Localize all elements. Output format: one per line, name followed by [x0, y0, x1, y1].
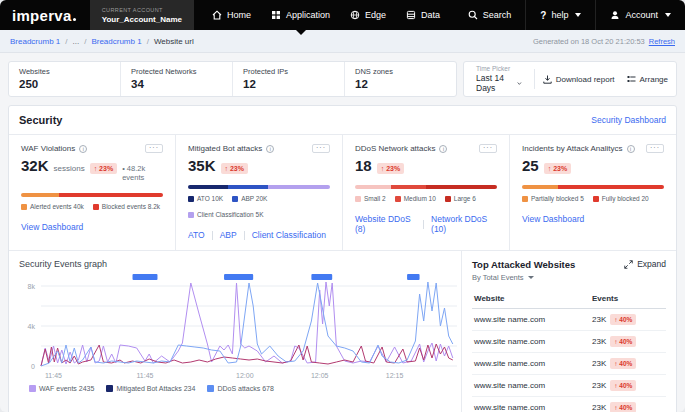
legend-swatch-icon: [355, 196, 361, 202]
edge-globe-icon: [350, 10, 360, 20]
legend-item: Alerted events 40k: [21, 203, 84, 210]
svg-text:12:05: 12:05: [311, 372, 329, 379]
info-icon[interactable]: i: [439, 145, 447, 153]
expand-button[interactable]: Expand: [624, 259, 666, 269]
nav-item-home[interactable]: Home: [212, 0, 251, 30]
breadcrumb-item-2[interactable]: Breadcrumb 1: [91, 37, 141, 46]
legend-item: WAF events 2435: [29, 385, 94, 392]
more-options-icon[interactable]: ···: [312, 144, 330, 153]
graph-title: Security Events graph: [19, 259, 451, 269]
imperva-logo[interactable]: imperva: [0, 0, 90, 30]
ato-link[interactable]: ATO: [188, 230, 205, 240]
search-icon: [468, 10, 478, 20]
top-attacked-title: Top Attacked Websites: [472, 259, 575, 270]
legend-swatch-icon: [395, 196, 401, 202]
svg-text:12:00: 12:00: [236, 372, 254, 379]
help-menu[interactable]: ? help: [525, 0, 595, 30]
nav-item-application[interactable]: Application: [271, 0, 330, 30]
legend-item: Large 6: [445, 195, 476, 202]
top-attacked-table: Website Events www.site name.com 23K↑ 40…: [472, 290, 666, 412]
breadcrumb-item-1[interactable]: Breadcrumb 1: [10, 37, 60, 46]
svg-text:4k: 4k: [28, 323, 36, 330]
security-events-chart[interactable]: 04k8k11:4511:4512:0012:0512:15: [19, 271, 462, 383]
logo-text: imperva: [12, 7, 72, 24]
network-ddos-link[interactable]: Network DDoS (10): [431, 214, 497, 234]
chevron-down-icon: [517, 81, 522, 86]
account-menu[interactable]: Account: [595, 0, 685, 30]
divider: [423, 220, 424, 229]
legend-swatch-icon: [188, 212, 194, 218]
stat-protected-ips: Protected IPs 12: [233, 62, 345, 96]
info-icon[interactable]: i: [79, 145, 87, 153]
bar-segment: [391, 185, 427, 189]
nav-item-data[interactable]: Data: [406, 0, 440, 30]
waf-legend: Alerted events 40kBlocked events 8.2k: [21, 203, 163, 210]
arrange-button[interactable]: Arrange: [627, 75, 668, 84]
metric-bot-attacks: Mitigated Bot attacks i ··· 35K ↑ 23% AT…: [176, 135, 343, 250]
generated-timestamp: Generated on 18 Oct 20 21:20:53: [533, 37, 645, 46]
bar-segment: [228, 185, 268, 189]
time-picker[interactable]: Time Picker Last 14 Days: [472, 65, 526, 93]
table-row[interactable]: www.site name.com 23K↑ 40%: [472, 309, 666, 331]
info-icon[interactable]: i: [627, 145, 635, 153]
refresh-link[interactable]: Refresh: [649, 37, 675, 46]
table-row[interactable]: www.site name.com 23K↑ 40%: [472, 353, 666, 375]
legend-swatch-icon: [93, 204, 99, 210]
current-account-box[interactable]: CURRENT ACCOUNT Your_Account_Name: [90, 0, 194, 30]
user-icon: [610, 10, 620, 20]
legend-item: Fully blocked 20: [593, 195, 649, 202]
legend-item: Partially blocked 5: [522, 195, 584, 202]
search-button[interactable]: Search: [454, 0, 526, 30]
legend-swatch-icon: [593, 196, 599, 202]
breadcrumb-ellipsis[interactable]: ...: [72, 37, 79, 46]
more-options-icon[interactable]: ···: [646, 144, 664, 153]
legend-item: ABP 20K: [232, 195, 267, 202]
table-row[interactable]: www.site name.com 23K↑ 40%: [472, 331, 666, 353]
security-dashboard-link[interactable]: Security Dashboard: [591, 115, 666, 125]
info-icon[interactable]: i: [266, 145, 274, 153]
stats-card: Websites 250 Protected Networks 34 Prote…: [8, 61, 457, 97]
legend-item: DDoS attacks 678: [207, 385, 273, 392]
divider: [212, 231, 213, 240]
table-row[interactable]: www.site name.com 23K↑ 40%: [472, 397, 666, 412]
divider: [244, 231, 245, 240]
more-options-icon[interactable]: ···: [479, 144, 497, 153]
legend-swatch-icon: [29, 385, 36, 392]
nav-item-edge[interactable]: Edge: [350, 0, 386, 30]
current-account-name: Your_Account_Name: [102, 15, 182, 24]
legend-item: Small 2: [355, 195, 386, 202]
legend-swatch-icon: [188, 196, 194, 202]
toolbar-card: Time Picker Last 14 Days Download report…: [463, 61, 677, 97]
breadcrumb-current: Website url: [154, 37, 194, 46]
application-active-indicator: [296, 30, 306, 35]
bot-attacks-value: 35K: [188, 157, 216, 174]
data-icon: [406, 10, 416, 20]
trend-badge: ↑ 40%: [610, 336, 636, 347]
stat-dns-zones: DNS zones 12: [345, 62, 456, 96]
incidents-view-dashboard-link[interactable]: View Dashboard: [522, 214, 584, 224]
legend-swatch-icon: [106, 385, 113, 392]
table-row[interactable]: www.site name.com 23K↑ 40%: [472, 375, 666, 397]
help-icon: ?: [540, 10, 546, 21]
bar-segment: [426, 185, 497, 189]
svg-text:0: 0: [31, 363, 35, 370]
bar-segment: [188, 185, 228, 189]
waf-view-dashboard-link[interactable]: View Dashboard: [21, 222, 83, 232]
legend-item: Client Classification 5K: [188, 211, 263, 218]
download-icon: [543, 75, 552, 84]
svg-text:11:45: 11:45: [45, 372, 62, 379]
sort-filter-dropdown[interactable]: By Total Events: [472, 273, 575, 282]
bar-segment: [21, 193, 59, 197]
website-ddos-link[interactable]: Website DDoS (8): [355, 214, 416, 234]
legend-swatch-icon: [207, 385, 214, 392]
security-panel: Security Security Dashboard WAF Violatio…: [8, 105, 677, 412]
trend-badge: ↑ 40%: [610, 402, 636, 412]
download-report-button[interactable]: Download report: [543, 75, 615, 84]
trend-badge: ↑ 40%: [610, 380, 636, 391]
bar-segment: [268, 185, 330, 189]
more-options-icon[interactable]: ···: [145, 144, 163, 153]
bot-stacked-bar: [188, 185, 330, 189]
abp-link[interactable]: ABP: [220, 230, 237, 240]
incidents-legend: Partially blocked 5Fully blocked 20: [522, 195, 664, 202]
client-classification-link[interactable]: Client Classification: [252, 230, 326, 240]
